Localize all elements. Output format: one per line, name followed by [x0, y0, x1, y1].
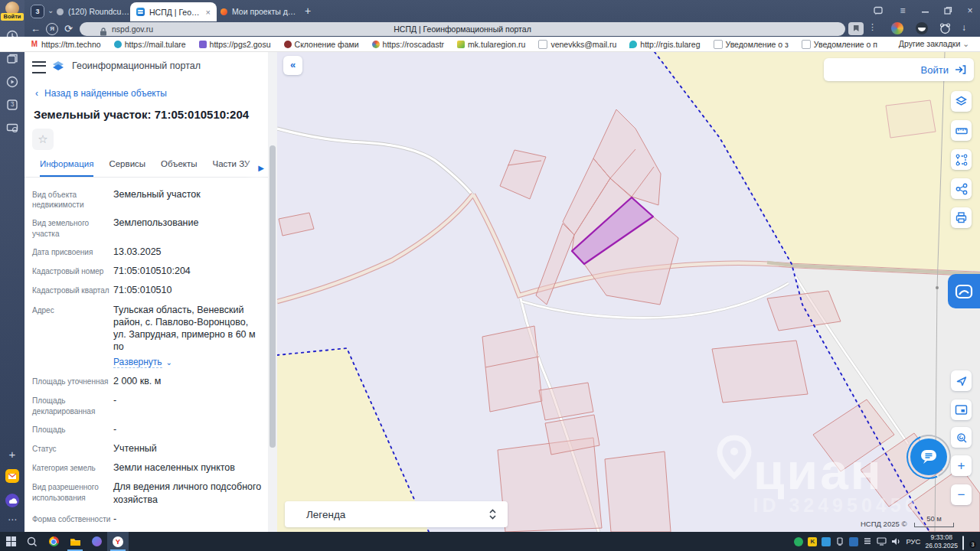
- extensions-kebab-icon[interactable]: ⋮: [868, 22, 877, 32]
- bookmark-item[interactable]: venevkks@mail.ru: [538, 40, 616, 49]
- layers-button[interactable]: [951, 91, 972, 112]
- measure-area-button[interactable]: [951, 149, 972, 170]
- collections-icon[interactable]: [5, 52, 19, 66]
- taskbar-chrome-icon[interactable]: [43, 532, 64, 551]
- alice-icon[interactable]: [916, 22, 928, 34]
- yandex-services-icon[interactable]: Я: [46, 23, 58, 35]
- share-button[interactable]: [951, 178, 972, 199]
- field-row: СтатусУчтенный: [32, 442, 263, 455]
- back-button[interactable]: ←: [31, 23, 41, 34]
- favorite-star-button[interactable]: ☆: [32, 129, 54, 150]
- expand-address-link[interactable]: Развернуть: [113, 357, 162, 368]
- sidebar-more-icon[interactable]: ⋯: [5, 514, 19, 525]
- tab-parts[interactable]: Части ЗУ: [213, 159, 250, 177]
- back-to-results-link[interactable]: ‹ Назад в найденные объекты: [35, 88, 167, 99]
- language-indicator[interactable]: РУС: [906, 537, 920, 546]
- bookmark-item[interactable]: Склонение фами: [284, 40, 359, 49]
- bookmark-item[interactable]: https://mail.tulare: [114, 40, 186, 49]
- taskbar-yandex-browser-icon[interactable]: Y: [107, 532, 129, 551]
- yandex-mail-icon[interactable]: [5, 469, 19, 483]
- bookmark-flag-icon[interactable]: [848, 22, 864, 35]
- tray-folder-icon[interactable]: [849, 537, 858, 546]
- vpn-bear-icon[interactable]: [939, 22, 952, 37]
- tab-group-badge[interactable]: 3: [31, 5, 44, 18]
- bookmark-item[interactable]: Mhttps://tm.techno: [31, 40, 101, 49]
- tray-app-icon[interactable]: [822, 537, 831, 546]
- browser-sidebar: Войти 3 + ⋯: [0, 0, 24, 532]
- tray-settings-icon[interactable]: [863, 535, 872, 549]
- other-bookmarks-button[interactable]: Другие закладки ⌄: [899, 39, 969, 48]
- tab-services[interactable]: Сервисы: [109, 159, 145, 177]
- clock[interactable]: 9:33:0826.03.2025: [925, 533, 958, 549]
- map-login-bar[interactable]: Войти: [824, 58, 974, 81]
- cast-icon[interactable]: [5, 121, 19, 135]
- taskbar-search-button[interactable]: [21, 532, 43, 551]
- cian-watermark-id: ID 324950450: [737, 494, 936, 517]
- video-icon[interactable]: [5, 75, 19, 89]
- profile-icon[interactable]: [891, 22, 903, 34]
- bookmark-favicon: [538, 40, 547, 49]
- tabs-scroll-right-icon[interactable]: ▶: [254, 161, 268, 176]
- collapse-panel-button[interactable]: «: [283, 56, 302, 75]
- zoom-out-button[interactable]: −: [951, 484, 972, 505]
- tray-network-icon[interactable]: [877, 535, 887, 549]
- tab-group-chevron-icon[interactable]: ⌄: [47, 6, 54, 15]
- notification-badge: 3: [969, 541, 976, 548]
- bookmark-item[interactable]: http://rgis.tulareg: [629, 40, 700, 49]
- tab-favicon: [220, 8, 227, 15]
- cian-watermark-pin-icon: [715, 435, 753, 496]
- map-scale: 50 м: [914, 514, 954, 527]
- taskbar-explorer-icon[interactable]: [64, 532, 86, 551]
- chat-fab-button[interactable]: [908, 436, 949, 478]
- bookmark-favicon: [114, 41, 122, 48]
- tabs-count-icon[interactable]: 3: [5, 98, 19, 112]
- field-row: Дата присвоения13.03.2025: [32, 246, 263, 258]
- assistant-mascot-button[interactable]: [948, 274, 980, 308]
- bookmark-item[interactable]: mk.tularegion.ru: [457, 40, 525, 49]
- bookmark-favicon: [714, 40, 723, 49]
- scrollbar-thumb[interactable]: [270, 145, 276, 448]
- browser-tab-projects[interactable]: Мои проекты документо: [220, 3, 300, 20]
- window-minimize-button[interactable]: [920, 5, 931, 16]
- browser-tab-roundcube[interactable]: (120) Roundcube Webma: [57, 3, 130, 20]
- tray-antivirus-icon[interactable]: [794, 537, 803, 546]
- sidebar-add-icon[interactable]: +: [5, 448, 19, 461]
- taskbar-app-icon[interactable]: [86, 532, 107, 551]
- tray-volume-icon[interactable]: [891, 535, 901, 549]
- yandex-disk-icon[interactable]: [5, 494, 19, 507]
- notification-center-icon[interactable]: 3: [962, 536, 974, 546]
- new-tab-button[interactable]: +: [305, 5, 311, 17]
- window-restore-button[interactable]: [942, 5, 953, 16]
- sidebar-login-badge[interactable]: Войти: [1, 13, 24, 21]
- bookmark-item[interactable]: Уведомление о з: [714, 40, 789, 49]
- window-close-button[interactable]: ×: [965, 5, 975, 16]
- measure-ruler-button[interactable]: [951, 120, 972, 141]
- field-row-address: Адрес Тульская область, Веневский район,…: [32, 304, 263, 369]
- tab-objects[interactable]: Объекты: [161, 159, 197, 177]
- address-bar[interactable]: nspd.gov.ru НСПД | Геоинформационный пор…: [80, 22, 845, 36]
- start-button[interactable]: [0, 532, 21, 551]
- browser-tab-nspd-active[interactable]: НСПД | Геоинформаци ×: [130, 2, 217, 21]
- tab-information[interactable]: Информация: [40, 159, 93, 177]
- print-button[interactable]: [951, 207, 972, 228]
- tray-usb-icon[interactable]: [835, 535, 844, 549]
- map-canvas[interactable]: циан ID 324950450 « Войти + −: [277, 52, 980, 532]
- downloads-icon[interactable]: ↓: [962, 22, 966, 33]
- bookmark-item[interactable]: https://pgs2.gosu: [199, 40, 271, 49]
- zoom-in-button[interactable]: +: [951, 455, 972, 476]
- system-tray: K РУС 9:33:0826.03.2025 3: [794, 532, 974, 551]
- legend-bar[interactable]: Легенда: [285, 501, 508, 527]
- tray-kaspersky-icon[interactable]: K: [808, 537, 817, 546]
- geolocation-button[interactable]: [951, 370, 972, 391]
- bookmark-item[interactable]: https://roscadastr: [372, 40, 445, 49]
- search-area-button[interactable]: [951, 427, 972, 448]
- minimap-button[interactable]: [951, 399, 972, 420]
- menu-hamburger-icon[interactable]: [32, 61, 46, 73]
- browser-menu-icon[interactable]: ≡: [897, 5, 908, 16]
- window-chat-icon[interactable]: [873, 5, 884, 16]
- tab-close-icon[interactable]: ×: [206, 8, 211, 17]
- field-row: Площадь декларированная-: [32, 394, 263, 416]
- panel-scrollbar[interactable]: [268, 52, 277, 532]
- bookmark-item[interactable]: Уведомление о п: [802, 40, 877, 49]
- reload-button[interactable]: ⟳: [64, 23, 73, 34]
